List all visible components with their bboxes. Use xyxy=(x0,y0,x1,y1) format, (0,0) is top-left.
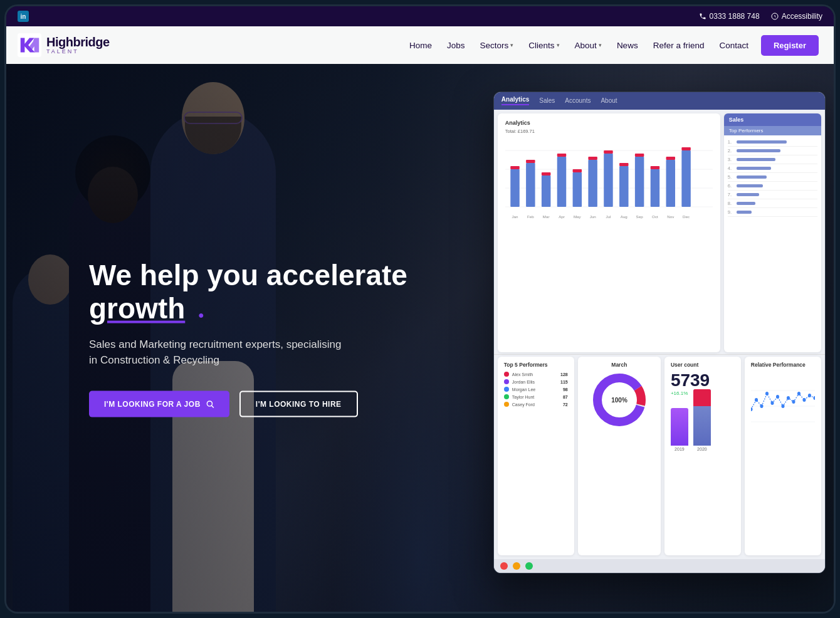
svg-rect-16 xyxy=(557,157,566,207)
svg-text:Aug: Aug xyxy=(621,214,627,219)
phone-number[interactable]: 0333 1888 748 xyxy=(699,12,760,21)
performers-card-title: Top 5 Performers xyxy=(504,362,568,368)
sales-item: 5. xyxy=(728,173,817,182)
usercount-value: 5739 xyxy=(671,372,735,389)
sales-panel-subtitle: Top Performers xyxy=(724,126,821,135)
svg-text:Feb: Feb xyxy=(527,214,534,219)
svg-point-4 xyxy=(207,401,212,406)
dash-nav-about[interactable]: About xyxy=(601,97,617,104)
nav-home[interactable]: Home xyxy=(403,37,438,54)
svg-text:Jun: Jun xyxy=(589,214,596,219)
usercount-card: User count 5739 +16.1% 2019 xyxy=(664,357,741,555)
sales-item: 7. xyxy=(728,191,817,199)
svg-rect-24 xyxy=(619,166,628,207)
perf-item-4: Taylor Hunt 87 xyxy=(504,394,568,399)
svg-point-53 xyxy=(751,407,753,411)
nav-contact[interactable]: Contact xyxy=(713,37,755,54)
svg-point-56 xyxy=(765,392,769,395)
svg-rect-27 xyxy=(635,154,644,157)
svg-rect-23 xyxy=(604,150,612,154)
hero-title: We help you accelerate growth ● xyxy=(89,259,407,325)
navbar: Highbridge TALENT Home Jobs Sectors ▾ Cl… xyxy=(6,26,834,64)
sales-item: 8. xyxy=(728,199,817,208)
dash-nav-accounts[interactable]: Accounts xyxy=(565,97,591,104)
sales-item: 1. xyxy=(728,138,817,147)
svg-point-57 xyxy=(770,401,774,405)
perf-dot-1 xyxy=(504,372,509,377)
svg-rect-11 xyxy=(510,166,519,169)
dashboard-topbar: Analytics Sales Accounts About xyxy=(494,92,825,110)
svg-text:May: May xyxy=(574,214,582,219)
svg-point-55 xyxy=(760,404,763,408)
svg-rect-21 xyxy=(588,157,597,160)
register-button[interactable]: Register xyxy=(761,35,819,56)
sales-item: 4. xyxy=(728,164,817,173)
svg-line-5 xyxy=(211,406,214,408)
nav-jobs[interactable]: Jobs xyxy=(441,37,471,54)
hero-content: We help you accelerate growth ● Sales an… xyxy=(89,259,407,417)
about-chevron: ▾ xyxy=(599,42,602,48)
svg-rect-33 xyxy=(681,147,690,150)
donut-card-title: March xyxy=(611,362,627,368)
svg-rect-12 xyxy=(526,163,535,207)
maximize-btn[interactable] xyxy=(525,562,533,570)
sales-item: 2. xyxy=(728,147,817,155)
svg-point-60 xyxy=(787,396,790,400)
svg-text:Sep: Sep xyxy=(636,214,643,219)
svg-rect-18 xyxy=(572,172,581,207)
nav-news[interactable]: News xyxy=(611,37,644,54)
top-bar-right: 0333 1888 748 Accessibility xyxy=(699,12,822,21)
linkedin-icon[interactable]: in xyxy=(18,11,29,22)
nav-refer[interactable]: Refer a friend xyxy=(647,37,711,54)
perf-dot-2 xyxy=(504,379,509,384)
nav-sectors[interactable]: Sectors ▾ xyxy=(474,37,520,54)
sales-panel-title: Sales xyxy=(724,113,821,126)
bar-chart-svg: Jan Feb Mar Apr May Jun Jul Aug Sep Oc xyxy=(505,138,713,219)
sectors-chevron: ▾ xyxy=(510,42,513,48)
looking-to-hire-button[interactable]: I'M LOOKING TO HIRE xyxy=(239,390,358,417)
perf-item-3: Morgan Lee 98 xyxy=(504,387,568,392)
svg-text:Jan: Jan xyxy=(512,214,518,219)
performers-card: Top 5 Performers Alex Smith 128 Jordan E… xyxy=(498,357,574,555)
svg-rect-29 xyxy=(651,166,659,169)
accessibility-link[interactable]: Accessibility xyxy=(771,12,822,21)
svg-rect-31 xyxy=(666,157,675,160)
nav-clients[interactable]: Clients ▾ xyxy=(522,37,565,54)
perf-item-2: Jordan Ellis 115 xyxy=(504,379,568,384)
line-chart-card: Relative Performance xyxy=(745,357,821,555)
svg-rect-25 xyxy=(619,163,628,166)
svg-rect-14 xyxy=(542,175,550,207)
usercount-title: User count xyxy=(671,362,735,368)
dash-nav-analytics[interactable]: Analytics xyxy=(501,96,529,105)
svg-text:Nov: Nov xyxy=(667,214,675,219)
svg-text:Oct: Oct xyxy=(652,214,658,219)
svg-point-62 xyxy=(797,392,801,395)
svg-rect-10 xyxy=(510,169,519,207)
perf-item-1: Alex Smith 128 xyxy=(504,372,568,377)
looking-for-job-button[interactable]: I'M LOOKING FOR A JOB xyxy=(89,390,229,417)
dash-nav-sales[interactable]: Sales xyxy=(539,97,555,104)
uc-bar-2019 xyxy=(671,408,688,446)
sales-item: 6. xyxy=(728,182,817,191)
nav-about[interactable]: About ▾ xyxy=(569,37,608,54)
dashboard-content: Analytics Total: £169.71 xyxy=(494,110,825,559)
sales-item: 3. xyxy=(728,155,817,164)
hero-buttons: I'M LOOKING FOR A JOB I'M LOOKING TO HIR… xyxy=(89,390,407,417)
dash-sales-panel: Sales Top Performers 1. 2. xyxy=(724,113,821,353)
nav-links: Home Jobs Sectors ▾ Clients ▾ About ▾ Ne… xyxy=(403,35,819,56)
top-bar-left: in xyxy=(18,11,29,22)
device-frame: in 0333 1888 748 Accessibility Highbridg… xyxy=(6,6,834,612)
svg-point-54 xyxy=(755,398,758,402)
dash-top-section: Analytics Total: £169.71 xyxy=(494,110,825,355)
dashboard-bottombar xyxy=(494,559,825,573)
clients-chevron: ▾ xyxy=(557,42,560,48)
svg-text:Mar: Mar xyxy=(543,214,550,219)
svg-point-63 xyxy=(802,398,806,402)
svg-rect-20 xyxy=(588,160,597,207)
logo[interactable]: Highbridge TALENT xyxy=(18,33,110,57)
svg-rect-32 xyxy=(681,150,690,207)
svg-text:Dec: Dec xyxy=(683,214,690,219)
minimize-btn[interactable] xyxy=(513,562,520,570)
close-btn[interactable] xyxy=(500,562,508,570)
sales-list: 1. 2. 3. xyxy=(724,135,821,219)
